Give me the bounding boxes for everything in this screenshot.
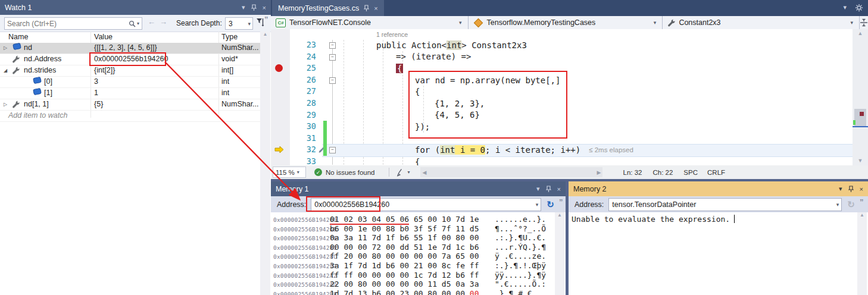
scroll-up-icon[interactable]: ▲ xyxy=(860,212,864,218)
line-indicator[interactable]: Ln: 32 xyxy=(623,169,642,176)
insert-mode-indicator[interactable]: SPC xyxy=(683,169,698,176)
fold-collapse-icon[interactable]: − xyxy=(329,77,336,84)
watch-value[interactable]: 3 xyxy=(94,77,98,86)
memory2-address-input[interactable]: ▾ xyxy=(608,198,842,211)
code-line[interactable]: 31 xyxy=(271,133,868,145)
editor-scrollbar[interactable]: ▲ ▼ xyxy=(853,29,868,165)
dropdown-icon[interactable]: ▾ xyxy=(536,185,540,193)
watch-row[interactable]: ▷nd[1, 1]{5}NumShar... xyxy=(0,99,260,111)
code-line[interactable]: 28{1, 2, 3}, xyxy=(271,98,868,109)
scroll-up-icon[interactable]: ▲ xyxy=(557,212,562,218)
memory-ascii: ÿÿ.....}.¶ÿ xyxy=(495,271,546,280)
tab-memorytestingcases[interactable]: MemoryTestingCases.cs × xyxy=(272,0,384,16)
code-line[interactable]: 33{ xyxy=(271,156,868,165)
expander-collapsed-icon[interactable]: ▷ xyxy=(4,45,7,51)
code-line[interactable]: 23−public Action<int> Constant2x3 xyxy=(271,39,868,51)
breakpoint-icon[interactable] xyxy=(275,64,283,72)
watch-value[interactable]: {5} xyxy=(94,100,103,108)
current-line-arrow-icon xyxy=(274,146,284,153)
line-number: 25 xyxy=(291,63,316,73)
watch-search-box[interactable]: ▾ xyxy=(4,17,142,30)
memory1-scrollbar[interactable]: ▲ xyxy=(555,212,564,295)
search-input[interactable] xyxy=(5,20,129,28)
expander-collapsed-icon[interactable]: ▷ xyxy=(4,102,7,107)
pin-icon[interactable] xyxy=(546,186,551,193)
search-icon[interactable]: ▾ xyxy=(129,20,142,27)
column-type[interactable]: Type xyxy=(221,33,238,41)
pin-icon[interactable] xyxy=(848,186,854,193)
address-input[interactable] xyxy=(311,200,535,209)
code-line[interactable]: 29{4, 5, 6} xyxy=(271,109,868,121)
dropdown-icon[interactable]: ▾ xyxy=(843,4,847,12)
address-input[interactable] xyxy=(609,200,836,209)
forward-icon[interactable]: → xyxy=(160,17,167,26)
close-icon[interactable]: × xyxy=(374,5,377,12)
watch-row[interactable]: ▷nd{[[1, 2, 3], [4, 5, 6]]}NumShar... xyxy=(0,43,260,54)
watch-row[interactable]: nd.Address0x000002556b194260void* xyxy=(0,54,260,65)
eol-indicator[interactable]: CRLF xyxy=(707,169,725,176)
scroll-up-icon[interactable]: ▲ xyxy=(853,29,868,36)
gear-icon[interactable] xyxy=(855,4,863,12)
column-value[interactable]: Value xyxy=(94,33,113,41)
code-line[interactable]: 25{ xyxy=(271,62,868,74)
column-indicator[interactable]: Ch: 22 xyxy=(652,169,673,176)
close-icon[interactable]: × xyxy=(860,186,863,193)
column-name[interactable]: Name xyxy=(8,33,28,41)
watch-titlebar[interactable]: Watch 1 ▾ × xyxy=(0,0,271,15)
watch-value[interactable]: 0x000002556b194260 xyxy=(94,55,168,63)
fold-collapse-icon[interactable]: − xyxy=(329,147,336,153)
check-icon: ✓ xyxy=(314,168,322,176)
scroll-up-icon[interactable]: ▲ xyxy=(263,32,268,37)
expander-expanded-icon[interactable]: ◢ xyxy=(4,68,7,73)
watch-row[interactable]: [0]3int xyxy=(0,77,260,88)
pin-icon[interactable] xyxy=(364,5,369,12)
scroll-right-icon[interactable]: ▶ xyxy=(597,170,601,175)
class-dropdown[interactable]: Tensorflow.MemoryTestingCases ▾ xyxy=(469,16,663,29)
dropdown-icon[interactable]: ▾ xyxy=(242,4,245,11)
code-line[interactable]: 27{ xyxy=(271,86,868,98)
code-line[interactable]: 32−for (int i = 0; i < iterate; i++)≤ 2m… xyxy=(271,144,868,156)
scroll-down-icon[interactable]: ▼ xyxy=(853,158,868,164)
watch-add-row[interactable]: Add item to watch xyxy=(0,111,260,122)
memory2-scrollbar[interactable]: ▲ xyxy=(857,212,867,295)
memory-address: 0x000002556B194260 xyxy=(273,216,337,223)
memory1-address-input[interactable]: ▾ xyxy=(311,198,541,211)
close-icon[interactable]: × xyxy=(263,4,266,11)
watch-value[interactable]: 1 xyxy=(94,89,98,97)
memory1-titlebar[interactable]: Memory 1 ▾ × xyxy=(271,181,566,196)
watch-value[interactable]: {[[1, 2, 3], [4, 5, 6]]} xyxy=(94,43,157,52)
horizontal-scrollbar[interactable]: ◀ ▶ xyxy=(420,167,602,177)
zoom-dropdown[interactable]: 115 % ▾ xyxy=(273,167,306,178)
memory2-titlebar[interactable]: Memory 2 ▾ × xyxy=(569,181,868,196)
watch-scrollbar[interactable]: ▲ xyxy=(260,32,270,295)
close-icon[interactable]: × xyxy=(557,186,561,193)
code-line[interactable]: 24−=> (iterate) => xyxy=(271,51,868,63)
overflow-icon[interactable]: ” xyxy=(860,197,863,206)
dropdown-icon[interactable]: ▾ xyxy=(839,185,842,193)
code-editor[interactable]: 1 reference 23−public Action<int> Consta… xyxy=(271,29,868,165)
watch-value[interactable]: {int[2]} xyxy=(94,66,115,74)
issues-status[interactable]: No issues found xyxy=(326,169,374,176)
byte-segment: b6 00 1e 00 88 b0 3f 5f 7f 11 d5 xyxy=(330,224,479,233)
pin-icon[interactable] xyxy=(251,4,257,11)
filter-pin-icon[interactable] xyxy=(256,17,264,27)
split-editor-button[interactable] xyxy=(860,16,868,29)
overflow-icon[interactable]: ” xyxy=(559,197,563,206)
overflow-icon[interactable]: ” xyxy=(264,15,268,24)
code-line[interactable]: 30}); xyxy=(271,121,868,133)
method-dropdown[interactable]: Constant2x3 ▾ xyxy=(663,16,860,29)
watch-row[interactable]: [1]1int xyxy=(0,88,260,99)
search-depth-dropdown[interactable]: 3 ▾ xyxy=(225,17,253,30)
code-cleanup-icon[interactable]: ▾ xyxy=(396,168,410,177)
codelens-references[interactable]: 1 reference xyxy=(376,31,408,38)
scroll-left-icon[interactable]: ◀ xyxy=(422,170,426,175)
back-icon[interactable]: ← xyxy=(148,17,155,26)
byte-segment: 22 00 80 00 00 00 00 11 d5 0a 3a xyxy=(330,280,479,288)
watch-row[interactable]: ◢nd.strides{int[2]}int[] xyxy=(0,65,260,77)
memory-bytes: 3a 1f 7d 1d b6 00 21 00 8c fe ff xyxy=(330,261,479,270)
fold-collapse-icon[interactable]: − xyxy=(329,54,336,61)
code-line[interactable]: 26−var nd = np.array(new byte[,] xyxy=(271,74,868,86)
fold-collapse-icon[interactable]: − xyxy=(329,42,336,49)
refresh-icon[interactable]: ↻ xyxy=(547,199,554,210)
project-dropdown[interactable]: C# TensorFlowNET.Console ▾ xyxy=(271,16,469,29)
